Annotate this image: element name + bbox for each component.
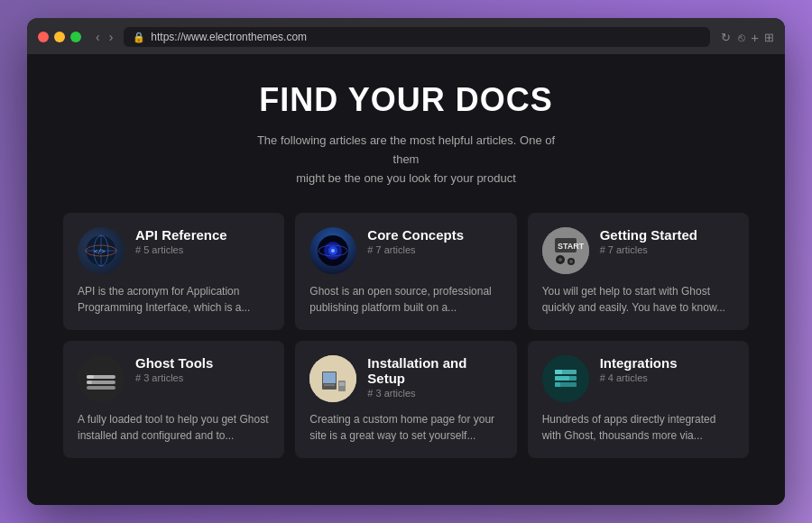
lock-icon: 🔒: [133, 32, 145, 43]
card-articles: # 5 articles: [135, 244, 227, 255]
new-tab-icon[interactable]: +: [751, 30, 759, 45]
card-description: Ghost is an open source, professional pu…: [309, 283, 502, 316]
svg-rect-29: [339, 382, 345, 386]
card-header: Installation and Setup # 3 articles: [309, 355, 502, 402]
address-bar[interactable]: 🔒 https://www.electronthemes.com: [124, 27, 710, 47]
card-integrations[interactable]: Integrations # 4 articles Hundreds of ap…: [528, 341, 749, 458]
svg-text:START: START: [558, 242, 585, 251]
svg-point-15: [558, 258, 562, 262]
card-info: Getting Started # 7 articles: [600, 227, 697, 255]
api-reference-icon: </>: [78, 227, 125, 274]
svg-rect-23: [87, 381, 92, 384]
card-api-reference[interactable]: </> API Reference # 5 articles API is th…: [63, 213, 284, 330]
card-articles: # 3 articles: [135, 372, 213, 383]
browser-window: ‹ › 🔒 https://www.electronthemes.com ↻ ⎋…: [27, 18, 785, 505]
svg-rect-32: [555, 370, 562, 374]
card-installation-setup[interactable]: Installation and Setup # 3 articles Crea…: [295, 341, 516, 458]
card-description: API is the acronym for Application Progr…: [78, 283, 270, 316]
card-ghost-tools[interactable]: Ghost Tools # 3 articles A fully loaded …: [63, 341, 284, 458]
maximize-button[interactable]: [70, 32, 81, 42]
card-title: Integrations: [600, 355, 678, 371]
svg-rect-22: [87, 386, 115, 390]
browser-chrome: ‹ › 🔒 https://www.electronthemes.com ↻ ⎋…: [27, 18, 785, 54]
card-title: Installation and Setup: [367, 355, 502, 386]
ghost-tools-icon: [78, 355, 125, 402]
card-getting-started[interactable]: START Getting Started # 7 articles You w…: [528, 213, 749, 330]
card-title: Getting Started: [600, 227, 697, 243]
card-title: Core Concepts: [367, 227, 464, 243]
nav-arrows: ‹ ›: [92, 28, 116, 46]
integrations-icon: [542, 355, 589, 402]
card-description: Creating a custom home page for your sit…: [309, 411, 502, 444]
card-title: API Reference: [135, 227, 227, 243]
share-icon[interactable]: ⎋: [738, 31, 745, 44]
svg-point-9: [331, 249, 335, 252]
card-articles: # 3 articles: [367, 388, 502, 399]
svg-text:</>: </>: [94, 248, 106, 255]
browser-content: FIND YOUR DOCS The following articles ar…: [27, 54, 785, 505]
card-description: You will get help to start with Ghost qu…: [542, 283, 734, 316]
traffic-lights: [38, 32, 81, 42]
close-button[interactable]: [38, 32, 49, 42]
getting-started-icon: START: [542, 227, 589, 274]
card-header: </> API Reference # 5 articles: [78, 227, 270, 274]
core-concepts-icon: [309, 227, 356, 274]
card-header: START Getting Started # 7 articles: [542, 227, 734, 274]
forward-button[interactable]: ›: [106, 28, 117, 46]
grid-icon[interactable]: ⊞: [764, 31, 774, 44]
card-info: API Reference # 5 articles: [135, 227, 227, 255]
page-title: FIND YOUR DOCS: [259, 81, 552, 119]
card-info: Integrations # 4 articles: [600, 355, 678, 383]
card-core-concepts[interactable]: Core Concepts # 7 articles Ghost is an o…: [295, 213, 516, 330]
card-description: Hundreds of apps directly integrated wit…: [542, 411, 734, 444]
minimize-button[interactable]: [54, 32, 65, 42]
svg-rect-34: [555, 376, 569, 381]
svg-rect-36: [555, 382, 560, 387]
cards-grid: </> API Reference # 5 articles API is th…: [63, 213, 749, 458]
card-title: Ghost Tools: [135, 355, 213, 371]
card-info: Installation and Setup # 3 articles: [367, 355, 502, 399]
back-button[interactable]: ‹: [92, 28, 104, 46]
reload-button[interactable]: ↻: [721, 31, 731, 44]
url-text: https://www.electronthemes.com: [151, 31, 307, 43]
page-subtitle: The following articles are the most help…: [253, 132, 559, 188]
card-description: A fully loaded tool to help you get Ghos…: [78, 411, 270, 444]
card-header: Ghost Tools # 3 articles: [78, 355, 270, 402]
install-icon: [309, 355, 356, 402]
svg-rect-20: [87, 375, 94, 379]
card-articles: # 7 articles: [367, 244, 464, 255]
card-header: Integrations # 4 articles: [542, 355, 734, 402]
card-articles: # 7 articles: [600, 244, 697, 255]
browser-actions: ⎋ + ⊞: [738, 30, 774, 45]
svg-rect-27: [324, 384, 335, 386]
card-articles: # 4 articles: [600, 372, 678, 383]
svg-rect-26: [323, 372, 336, 383]
card-info: Core Concepts # 7 articles: [367, 227, 464, 255]
svg-point-17: [569, 260, 573, 263]
card-info: Ghost Tools # 3 articles: [135, 355, 213, 383]
card-header: Core Concepts # 7 articles: [309, 227, 502, 274]
